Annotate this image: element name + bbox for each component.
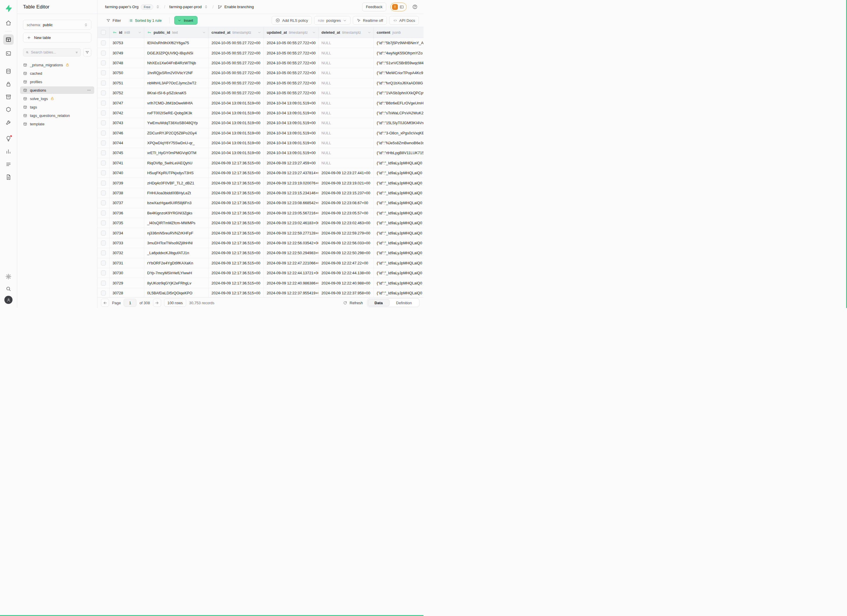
cell-created_at[interactable]: 2024-09-09 12:17:36.515+00 [208, 248, 264, 258]
role-select[interactable]: role postgres [314, 16, 351, 25]
previous-page-button[interactable] [101, 299, 109, 307]
row-select-cell[interactable] [97, 228, 110, 237]
cell-public_id[interactable]: vrlh7CMD-JtM1bOweMHfA [144, 98, 208, 108]
row-select-cell[interactable] [97, 238, 110, 248]
feedback-button[interactable]: Feedback [362, 3, 386, 11]
cell-content[interactable]: {"id":"_Id9aLyJpMHQLaiQ0 [374, 198, 424, 208]
row-select-cell[interactable] [97, 88, 110, 98]
cell-created_at[interactable]: 2024-10-05 00:55:27.722+00 [208, 38, 264, 48]
cell-deleted_at[interactable]: NULL [319, 158, 374, 168]
cell-updated_at[interactable]: 2024-10-05 00:55:27.722+00 [264, 38, 319, 48]
column-header-updated_at[interactable]: updated_attimestamptz [264, 27, 319, 38]
cell-updated_at[interactable]: 2024-09-09 12:22:50.294983+00 [264, 248, 319, 258]
realtime-toggle-button[interactable]: Realtime off [353, 16, 387, 25]
cell-public_id[interactable]: xrETI_HyGY0mPMGVqtOTM [144, 148, 208, 158]
cell-deleted_at[interactable]: NULL [319, 118, 374, 128]
new-table-button[interactable]: New table [23, 32, 91, 43]
row-select-cell[interactable] [97, 198, 110, 208]
cell-id[interactable]: 30735 [110, 218, 144, 228]
cell-content[interactable]: {"id":"4wyNgK55lOfrpmYZo [374, 48, 424, 57]
cell-created_at[interactable]: 2024-10-04 13:09:01.519+00 [208, 98, 264, 108]
cell-id[interactable]: 30734 [110, 228, 144, 237]
filter-button[interactable]: Filter [103, 16, 124, 25]
enable-branching-button[interactable]: Enable branching [218, 4, 254, 9]
cell-deleted_at[interactable]: 2024-09-09 12:23:02.463+00 [319, 218, 374, 228]
cell-created_at[interactable]: 2024-09-09 12:17:36.515+00 [208, 158, 264, 168]
cell-public_id[interactable]: 3muDHTceTWso9IZj8hHNl [144, 238, 208, 248]
cell-updated_at[interactable]: 2024-09-09 12:22:40.986386+00 [264, 278, 319, 287]
row-select-cell[interactable] [97, 168, 110, 178]
cell-updated_at[interactable]: 2024-10-05 00:55:27.722+00 [264, 88, 319, 98]
checkbox[interactable] [101, 71, 106, 75]
row-select-cell[interactable] [97, 278, 110, 287]
cell-deleted_at[interactable]: NULL [319, 98, 374, 108]
select-all-checkbox[interactable] [97, 27, 110, 38]
column-header-deleted_at[interactable]: deleted_attimestamptz [319, 27, 374, 38]
row-select-cell[interactable] [97, 128, 110, 138]
cell-deleted_at[interactable]: 2024-09-09 12:22:59.279+00 [319, 228, 374, 237]
org-breadcrumb[interactable]: farming-paper's Org Free [105, 4, 160, 10]
sidebar-item-profiles[interactable]: profiles [20, 78, 94, 85]
checkbox[interactable] [101, 140, 106, 146]
cell-id[interactable]: 30743 [110, 118, 144, 128]
row-select-cell[interactable] [97, 158, 110, 168]
sidebar-item-questions[interactable]: questions [20, 86, 94, 94]
cell-created_at[interactable]: 2024-09-09 12:17:36.515+00 [208, 278, 264, 287]
cell-public_id[interactable]: FHHUioa3bidd00BHyLeZt [144, 188, 208, 198]
sidebar-item-cached[interactable]: cached [20, 69, 94, 77]
schema-select[interactable]: schema: public [23, 20, 91, 29]
row-select-cell[interactable] [97, 58, 110, 68]
nav-logs[interactable] [3, 159, 14, 169]
cell-content[interactable]: {"id":"_Id9aLyJpMHQLaiQ0 [374, 228, 424, 237]
checkbox[interactable] [101, 171, 106, 175]
cell-updated_at[interactable]: 2024-09-09 12:22:59.277128+00 [264, 228, 319, 237]
cell-created_at[interactable]: 2024-09-09 12:17:36.515+00 [208, 198, 264, 208]
cell-updated_at[interactable]: 2024-10-04 13:09:01.519+00 [264, 148, 319, 158]
cell-deleted_at[interactable]: 2024-09-09 12:23:05.57+00 [319, 208, 374, 218]
chevron-down-icon[interactable] [257, 31, 261, 34]
cell-public_id[interactable]: 0L5BAfDaLDl5rQOiqeKPO [144, 288, 208, 297]
cell-updated_at[interactable]: 2024-09-09 12:22:44.13721+00 [264, 268, 319, 278]
cell-updated_at[interactable]: 2024-09-09 12:22:37.955419+00 [264, 288, 319, 297]
cell-created_at[interactable]: 2024-09-09 12:17:36.515+00 [208, 258, 264, 268]
cell-public_id[interactable]: bzwXazHgax6UIR58j6Fn3 [144, 198, 208, 208]
cell-public_id[interactable]: RiqOV6p_5wihLeIAEQyhU [144, 158, 208, 168]
column-header-content[interactable]: contentjsonb [374, 27, 424, 38]
cell-content[interactable]: {"id":"15LSIyT0JGMf3KI4Vn [374, 118, 424, 128]
checkbox[interactable] [101, 290, 106, 296]
chevron-down-icon[interactable] [367, 31, 371, 34]
search-tables-input[interactable] [31, 50, 73, 55]
checkbox[interactable] [101, 131, 106, 136]
cell-updated_at[interactable]: 2024-10-05 00:55:27.722+00 [264, 78, 319, 88]
row-select-cell[interactable] [97, 118, 110, 128]
cell-content[interactable]: {"id":"_Id9aLyJpMHQLaiQ0 [374, 188, 424, 198]
cell-content[interactable]: {"id":"1VASb3phnXXkQPCpv [374, 88, 424, 98]
refresh-button[interactable]: Refresh [343, 301, 363, 305]
checkbox[interactable] [101, 81, 106, 85]
cell-created_at[interactable]: 2024-09-09 12:17:36.515+00 [208, 218, 264, 228]
cell-id[interactable]: 30736 [110, 208, 144, 218]
cell-content[interactable]: {"id":"3-O8cn_xPgs0cVxqKB [374, 128, 424, 138]
cell-id[interactable]: 30745 [110, 148, 144, 158]
cell-content[interactable]: {"id":"_Id9aLyJpMHQLaiQ0 [374, 268, 424, 278]
nav-edge-functions[interactable] [3, 105, 14, 115]
row-select-cell[interactable] [97, 48, 110, 57]
cell-id[interactable]: 30738 [110, 188, 144, 198]
cell-id[interactable]: 30746 [110, 128, 144, 138]
checkbox[interactable] [101, 181, 106, 186]
nav-home[interactable] [3, 18, 14, 28]
column-header-id[interactable]: idint8 [110, 27, 144, 38]
cell-public_id[interactable]: 8KraI-tSI-6-pSZcknaK5 [144, 88, 208, 98]
row-select-cell[interactable] [97, 258, 110, 268]
cell-updated_at[interactable]: 2024-10-04 13:09:01.519+00 [264, 128, 319, 138]
cell-created_at[interactable]: 2024-09-09 12:17:36.515+00 [208, 288, 264, 297]
cell-updated_at[interactable]: 2024-10-05 00:55:27.722+00 [264, 48, 319, 57]
row-select-cell[interactable] [97, 248, 110, 258]
cell-created_at[interactable]: 2024-10-04 13:09:01.519+00 [208, 148, 264, 158]
cell-deleted_at[interactable]: NULL [319, 88, 374, 98]
cell-updated_at[interactable]: 2024-09-09 12:23:02.46183+00 [264, 218, 319, 228]
cell-content[interactable]: {"id":"B6tr6eEFLrOVgeUmH [374, 98, 424, 108]
cell-updated_at[interactable]: 2024-10-04 13:09:01.519+00 [264, 138, 319, 148]
cell-public_id[interactable]: ZDCunRYJP2CQ5Z8Po2Gy4 [144, 128, 208, 138]
row-select-cell[interactable] [97, 268, 110, 278]
